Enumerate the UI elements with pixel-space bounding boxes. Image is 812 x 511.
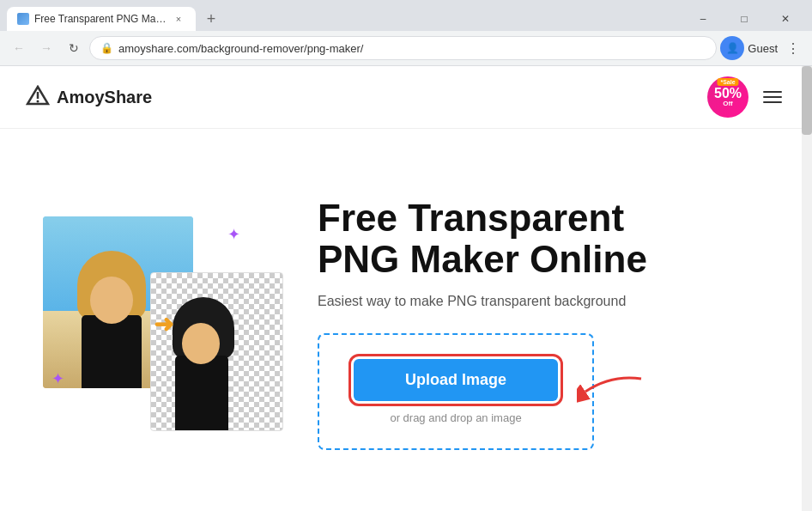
browser-actions: 👤 Guest ⋮ bbox=[720, 36, 805, 60]
site-header: AmoyShare *Sale 50% Off bbox=[0, 66, 812, 129]
new-tab-button[interactable]: + bbox=[199, 7, 223, 31]
hamburger-line-2 bbox=[763, 96, 782, 98]
upload-image-button[interactable]: Upload Image bbox=[354, 359, 558, 401]
maximize-button[interactable]: □ bbox=[724, 7, 764, 31]
sparkle-2: ✦ bbox=[52, 369, 64, 388]
header-right: *Sale 50% Off bbox=[707, 76, 786, 118]
transparent-image bbox=[150, 272, 283, 431]
sale-badge[interactable]: *Sale 50% Off bbox=[707, 76, 748, 118]
hamburger-line-3 bbox=[763, 101, 782, 103]
logo-icon bbox=[26, 85, 50, 109]
back-button[interactable]: ← bbox=[7, 36, 31, 60]
hamburger-menu[interactable] bbox=[759, 83, 786, 111]
profile-button[interactable]: 👤 bbox=[720, 36, 744, 60]
sparkle-1: ✦ bbox=[227, 225, 240, 244]
title-line-1: Free Transparent bbox=[318, 197, 624, 239]
close-button[interactable]: ✕ bbox=[766, 7, 805, 31]
window-controls: – □ ✕ bbox=[683, 7, 805, 31]
title-line-2: PNG Maker Online bbox=[318, 238, 647, 280]
svg-point-2 bbox=[37, 100, 39, 103]
url-text: amoyshare.com/background-remover/png-mak… bbox=[118, 42, 706, 55]
address-bar[interactable]: 🔒 amoyshare.com/background-remover/png-m… bbox=[89, 36, 717, 60]
main-content: ➜ ✦ ✦ Free Transparent PNG bbox=[0, 129, 812, 511]
tab-title: Free Transparent PNG Maker - bbox=[34, 13, 167, 25]
sale-percent: 50% bbox=[714, 87, 742, 100]
hero-section: Free Transparent PNG Maker Online Easies… bbox=[318, 198, 769, 451]
reload-button[interactable]: ↻ bbox=[62, 36, 86, 60]
hero-title: Free Transparent PNG Maker Online bbox=[318, 198, 769, 281]
red-arrow bbox=[577, 370, 645, 413]
drag-drop-hint: or drag and drop an image bbox=[390, 411, 521, 424]
tab-favicon bbox=[17, 13, 29, 25]
image-preview: ➜ ✦ ✦ bbox=[43, 216, 283, 431]
profile-label: Guest bbox=[748, 42, 778, 55]
conversion-arrow: ➜ bbox=[154, 310, 173, 338]
scrollbar-thumb[interactable] bbox=[802, 66, 812, 135]
upload-zone-wrapper: Upload Image or drag and drop an image bbox=[318, 333, 594, 450]
forward-button[interactable]: → bbox=[34, 36, 58, 60]
browser-chrome: Free Transparent PNG Maker - × + – □ ✕ ←… bbox=[0, 0, 812, 66]
browser-menu-button[interactable]: ⋮ bbox=[781, 36, 805, 60]
logo-text: AmoyShare bbox=[57, 88, 152, 107]
sale-off: Off bbox=[723, 100, 733, 107]
hamburger-line-1 bbox=[763, 91, 782, 93]
site-logo[interactable]: AmoyShare bbox=[26, 85, 152, 109]
tab-bar: Free Transparent PNG Maker - × + – □ ✕ bbox=[0, 0, 812, 31]
active-tab[interactable]: Free Transparent PNG Maker - × bbox=[7, 7, 196, 31]
profile-icon: 👤 bbox=[726, 42, 739, 54]
tab-close-button[interactable]: × bbox=[172, 12, 185, 26]
upload-zone[interactable]: Upload Image or drag and drop an image bbox=[318, 333, 594, 450]
page-content: AmoyShare *Sale 50% Off bbox=[0, 66, 812, 511]
lock-icon: 🔒 bbox=[100, 42, 113, 54]
sale-label: *Sale bbox=[717, 78, 738, 86]
nav-bar: ← → ↻ 🔒 amoyshare.com/background-remover… bbox=[0, 31, 812, 65]
hero-subtitle: Easiest way to make PNG transparent back… bbox=[318, 294, 769, 309]
minimize-button[interactable]: – bbox=[683, 7, 723, 31]
scrollbar[interactable] bbox=[802, 66, 812, 511]
